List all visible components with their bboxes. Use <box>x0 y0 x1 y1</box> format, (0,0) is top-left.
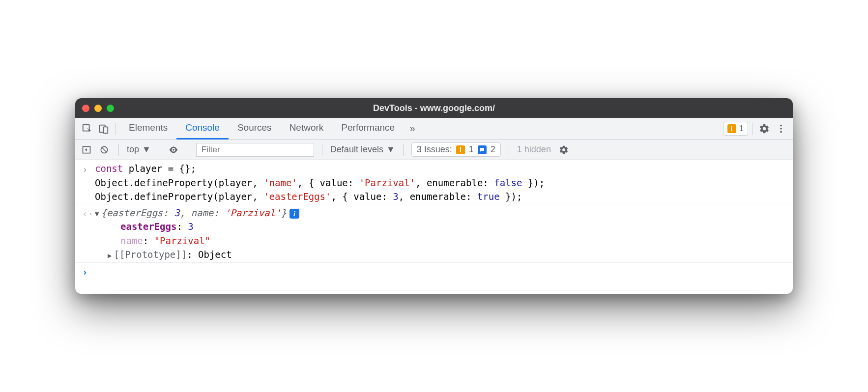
log-level-label: Default levels <box>330 144 383 155</box>
settings-icon[interactable] <box>756 121 772 137</box>
log-level-selector[interactable]: Default levels ▼ <box>330 144 395 155</box>
object-preview: {easterEggs: 3, name: 'Parzival'} <box>101 207 287 218</box>
divider <box>116 123 116 135</box>
maximize-window-button[interactable] <box>107 105 114 112</box>
divider <box>403 144 404 156</box>
console-input-row: › const player = {}; Object.defineProper… <box>75 160 793 204</box>
code-token: 3 <box>393 191 398 202</box>
divider <box>188 144 188 156</box>
console-output-row: ‹· ▼{easterEggs: 3, name: 'Parzival'}iea… <box>75 204 793 262</box>
console-output[interactable]: ▼{easterEggs: 3, name: 'Parzival'}ieaste… <box>95 206 786 262</box>
output-arrow-icon: ‹· <box>82 206 95 262</box>
prototype-value: Object <box>198 249 232 260</box>
window-title: DevTools - www.google.com/ <box>373 103 495 113</box>
console-prompt-input[interactable] <box>95 264 786 280</box>
tab-network[interactable]: Network <box>281 118 333 140</box>
code-token: 'Parzival' <box>359 177 415 188</box>
more-tabs-icon[interactable]: » <box>405 121 420 137</box>
tab-sources[interactable]: Sources <box>229 118 281 140</box>
svg-rect-2 <box>103 127 108 133</box>
traffic-lights <box>82 105 114 112</box>
code-token: player = {}; <box>123 163 196 174</box>
tab-console[interactable]: Console <box>176 118 229 140</box>
info-icon[interactable]: i <box>289 209 299 219</box>
property-value: "Parzival" <box>154 235 210 246</box>
code-token: true <box>477 191 500 202</box>
code-token: }); <box>522 177 545 188</box>
svg-line-8 <box>102 147 107 152</box>
issues-info-count: 2 <box>491 144 495 155</box>
minimize-window-button[interactable] <box>94 105 102 112</box>
code-token: const <box>95 163 123 174</box>
prompt-icon: › <box>82 264 95 280</box>
input-prompt-icon: › <box>82 162 95 204</box>
warnings-badge[interactable]: ! 1 <box>723 122 748 136</box>
object-prototype[interactable]: ▶[[Prototype]]: Object <box>95 248 786 262</box>
object-property[interactable]: easterEggs: 3 <box>95 220 786 234</box>
devtools-window: DevTools - www.google.com/ ElementsConso… <box>75 98 793 294</box>
code-token: }); <box>500 191 522 202</box>
property-name: name <box>120 235 143 246</box>
svg-point-5 <box>780 131 782 133</box>
titlebar: DevTools - www.google.com/ <box>75 98 793 118</box>
console-prompt-row[interactable]: › <box>75 262 793 284</box>
console-toolbar: top ▼ Default levels ▼ 3 Issues: ! 1 2 1… <box>75 140 793 160</box>
context-label: top <box>127 144 139 155</box>
close-window-button[interactable] <box>82 105 89 112</box>
main-tabbar: ElementsConsoleSourcesNetworkPerformance… <box>75 118 793 140</box>
console-body: › const player = {}; Object.defineProper… <box>75 160 793 294</box>
issues-label: 3 Issues: <box>417 144 452 155</box>
issues-warn-count: 1 <box>469 144 474 155</box>
divider <box>322 144 322 156</box>
prototype-label: [[Prototype]] <box>114 249 187 260</box>
property-value: 3 <box>188 221 193 232</box>
expand-toggle-icon[interactable]: ▶ <box>108 251 112 261</box>
code-token: false <box>494 177 522 188</box>
device-toolbar-icon[interactable] <box>96 121 112 137</box>
code-token: 'easterEggs' <box>263 191 331 202</box>
svg-point-3 <box>780 124 782 126</box>
divider <box>159 144 159 156</box>
console-input-code: const player = {}; Object.defineProperty… <box>95 162 786 204</box>
inspect-element-icon[interactable] <box>79 121 95 137</box>
toggle-sidebar-icon[interactable] <box>80 142 93 158</box>
tab-performance[interactable]: Performance <box>332 118 404 140</box>
live-expression-icon[interactable] <box>167 142 180 158</box>
clear-console-icon[interactable] <box>98 142 111 158</box>
warning-count: 1 <box>739 124 744 134</box>
kebab-menu-icon[interactable] <box>773 121 789 137</box>
panel-tabs: ElementsConsoleSourcesNetworkPerformance <box>120 118 404 140</box>
code-token: Object.defineProperty(player, <box>95 191 263 202</box>
object-property[interactable]: name: "Parzival" <box>95 234 786 248</box>
issues-button[interactable]: 3 Issues: ! 1 2 <box>411 142 501 157</box>
code-token: , enumerable: <box>399 191 477 202</box>
code-token: , { value: <box>297 177 359 188</box>
svg-point-9 <box>173 149 174 151</box>
info-icon <box>478 145 487 154</box>
code-token: Object.defineProperty(player, <box>95 177 263 188</box>
chevron-down-icon: ▼ <box>142 144 151 155</box>
code-token: , { value: <box>331 191 393 202</box>
property-name: easterEggs <box>120 221 176 232</box>
filter-input[interactable] <box>196 143 314 157</box>
expand-toggle-icon[interactable]: ▼ <box>95 209 99 219</box>
warning-icon: ! <box>456 145 465 154</box>
object-summary[interactable]: ▼{easterEggs: 3, name: 'Parzival'}i <box>95 206 786 220</box>
tab-elements[interactable]: Elements <box>120 118 176 140</box>
chevron-down-icon: ▼ <box>386 144 395 155</box>
divider <box>118 144 119 156</box>
context-selector[interactable]: top ▼ <box>127 144 151 155</box>
divider <box>752 123 752 135</box>
console-settings-icon[interactable] <box>556 142 572 158</box>
divider <box>509 144 509 156</box>
code-token: , enumerable: <box>415 177 494 188</box>
warning-icon: ! <box>727 124 736 133</box>
svg-point-4 <box>780 128 782 130</box>
hidden-messages-label[interactable]: 1 hidden <box>517 144 551 155</box>
code-token: 'name' <box>263 177 297 188</box>
